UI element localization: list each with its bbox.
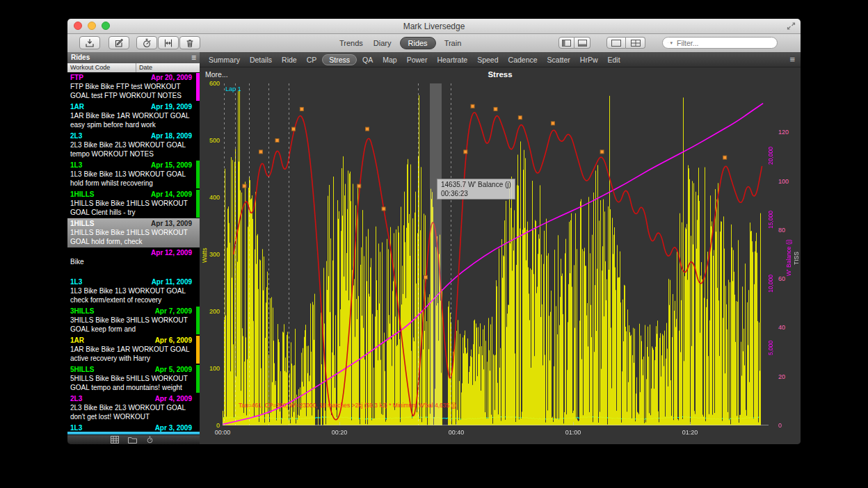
chart-body: More... Stress Lap 1 14635.7 W' Balance … [200, 67, 801, 444]
ride-description: FTP Bike Bike FTP test WORKOUT GOAL test… [70, 82, 192, 100]
nav-diary[interactable]: Diary [371, 38, 394, 49]
tab-hrpw[interactable]: HrPw [576, 54, 602, 65]
import-icon [85, 38, 95, 48]
tab-cadence[interactable]: Cadence [504, 54, 542, 65]
x-axis-tick: 00:00 [209, 429, 236, 436]
column-workout-code[interactable]: Workout Code [67, 63, 136, 72]
import-ride-button[interactable] [79, 36, 100, 49]
single-pane-icon [611, 40, 621, 47]
toggle-sidebar-button[interactable] [558, 37, 574, 49]
filter-caret-icon: ▾ [670, 40, 673, 46]
ride-date: Apr 18, 2009 [151, 131, 192, 140]
ride-row[interactable]: 1HILLS Apr 14, 2009 1HILLS Bike Bike 1HI… [67, 189, 200, 218]
wbal-axis-tick: 15,000 [767, 204, 774, 235]
ride-code: 2L3 [70, 131, 82, 140]
toolbar: TrendsDiaryRidesTrain ▾ [67, 34, 801, 53]
tiss-axis-tick: 100 [778, 178, 796, 185]
nav-rides[interactable]: Rides [400, 37, 436, 49]
stress-plot-canvas[interactable] [223, 83, 769, 425]
tab-power[interactable]: Power [403, 54, 432, 65]
ride-row[interactable]: 1L3 Apr 11, 2009 1L3 Bike Bike 1L3 WORKO… [67, 277, 200, 306]
app-window: Mark Liversedge TrendsDiaryRidesTrain [67, 19, 801, 444]
chart-footnote: Tau=461, CP=280, W'=23000, 18 matches >2… [239, 402, 456, 409]
find-intervals-button[interactable] [158, 36, 179, 49]
ride-code: 1HILLS [70, 190, 94, 199]
ride-row-head: FTP Apr 20, 2009 [70, 73, 192, 82]
tab-cp[interactable]: CP [303, 54, 321, 65]
tab-summary[interactable]: Summary [204, 54, 244, 65]
window-title: Mark Liversedge [67, 22, 801, 31]
ride-row[interactable]: 1AR Apr 19, 2009 1AR Bike Bike 1AR WORKO… [67, 101, 200, 131]
tiled-view-button[interactable] [626, 37, 645, 49]
ride-row-head: 2L3 Apr 4, 2009 [70, 394, 192, 403]
tab-ride[interactable]: Ride [278, 54, 301, 65]
ride-row[interactable]: FTP Apr 20, 2009 FTP Bike Bike FTP test … [67, 72, 200, 101]
ride-list: FTP Apr 20, 2009 FTP Bike Bike FTP test … [67, 72, 200, 434]
ride-row[interactable]: 5HILLS Apr 5, 2009 5HILLS Bike Bike 5HIL… [67, 364, 200, 393]
x-axis-tick: 00:40 [442, 429, 470, 436]
tab-qa[interactable]: QA [358, 54, 377, 65]
tiss-axis-tick: 120 [778, 129, 796, 136]
tab-stress[interactable]: Stress [322, 54, 357, 65]
y-axis-label: Watts [201, 234, 208, 276]
column-date[interactable]: Date [136, 63, 200, 72]
ride-description: 1L3 Bike Bike 1L3 WORKOUT GOAL hold form… [70, 170, 192, 188]
fullscreen-icon[interactable] [787, 22, 796, 31]
delete-ride-button[interactable] [179, 36, 200, 49]
wbal-axis-tick: 10,000 [767, 268, 774, 299]
y-axis-tick: 0 [200, 422, 220, 429]
ride-row[interactable]: 1L3 Apr 15, 2009 1L3 Bike Bike 1L3 WORKO… [67, 160, 200, 189]
x-axis-tick: 00:20 [326, 429, 353, 436]
desktop-background: Mark Liversedge TrendsDiaryRidesTrain [0, 0, 868, 488]
tab-edit[interactable]: Edit [604, 54, 625, 65]
ride-row[interactable]: 1AR Apr 6, 2009 1AR Bike Bike 1AR WORKOU… [67, 335, 200, 364]
ride-row[interactable]: 3HILLS Apr 7, 2009 3HILLS Bike Bike 3HIL… [67, 306, 200, 335]
tiled-pane-icon [631, 40, 641, 47]
tab-details[interactable]: Details [246, 54, 276, 65]
tab-scatter[interactable]: Scatter [543, 54, 574, 65]
ride-date: Apr 4, 2009 [155, 394, 192, 403]
filter-funnel-icon [668, 39, 668, 47]
tiss-axis-tick: 0 [778, 422, 796, 429]
ride-row[interactable]: Apr 12, 2009 Bike [67, 247, 200, 277]
ride-row-head: 1HILLS Apr 14, 2009 [70, 190, 192, 199]
wbal-axis-tick: 20,000 [767, 140, 774, 171]
ride-row[interactable]: 2L3 Apr 4, 2009 2L3 Bike Bike 2L3 WORKOU… [67, 393, 200, 423]
x-axis-tick: 01:00 [559, 429, 587, 436]
ride-row-head: 3HILLS Apr 7, 2009 [70, 307, 192, 316]
ride-code: FTP [70, 73, 83, 82]
lap-label: Lap 1 [225, 86, 241, 92]
nav-train[interactable]: Train [442, 38, 464, 49]
ride-description: 3HILLS Bike Bike 3HILLS WORKOUT GOAL kee… [70, 316, 192, 334]
tab-map[interactable]: Map [378, 54, 401, 65]
sidebar-menu-icon[interactable]: ≡ [191, 52, 196, 63]
ride-row[interactable]: 1HILLS Apr 13, 2009 1HILLS Bike Bike 1HI… [67, 218, 200, 247]
ride-description: 5HILLS Bike Bike 5HILLS WORKOUT GOAL tem… [70, 374, 192, 392]
y-axis-tick: 500 [200, 137, 220, 144]
ride-date: Apr 12, 2009 [151, 248, 192, 257]
single-view-button[interactable] [606, 37, 626, 49]
stopwatch-small-icon[interactable] [146, 436, 154, 444]
layout-toggle-group [606, 37, 645, 49]
ride-code: 1L3 [70, 277, 82, 286]
chart-menu-icon[interactable]: ≡ [789, 54, 796, 65]
folder-icon[interactable] [128, 436, 137, 444]
split-ride-button[interactable] [136, 36, 157, 49]
nav-trends[interactable]: Trends [337, 38, 365, 49]
ride-date: Apr 5, 2009 [155, 365, 192, 374]
tiss-axis-label: TISS [793, 245, 800, 273]
table-view-icon[interactable] [111, 436, 119, 444]
filter-input[interactable] [675, 38, 772, 48]
filter-field[interactable]: ▾ [662, 37, 778, 49]
ride-row-head: 5HILLS Apr 5, 2009 [70, 365, 192, 374]
toggle-bottom-pane-button[interactable] [574, 37, 590, 49]
tooltip-value: 14635.7 W' Balance (j) [441, 180, 511, 189]
edit-ride-button[interactable] [108, 36, 129, 49]
tab-speed[interactable]: Speed [473, 54, 502, 65]
ride-row[interactable]: 2L3 Apr 18, 2009 2L3 Bike Bike 2L3 WORKO… [67, 131, 200, 160]
tab-heartrate[interactable]: Heartrate [433, 54, 472, 65]
tooltip-time: 00:36:23 [441, 189, 511, 198]
ride-description: Bike [70, 257, 192, 275]
ride-description: 2L3 Bike Bike 2L3 WORKOUT GOAL don't get… [70, 403, 192, 421]
compose-icon [114, 38, 124, 48]
